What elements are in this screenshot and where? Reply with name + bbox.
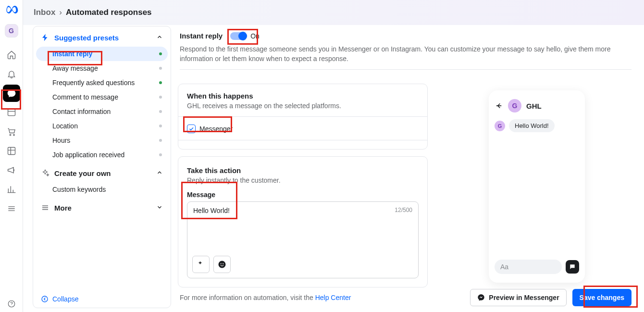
status-dot <box>159 67 162 70</box>
save-button-label: Save changes <box>580 294 624 301</box>
collapse-icon <box>41 295 49 303</box>
phone-input-row: Aa <box>495 260 579 274</box>
presets-list: Instant reply Away message Frequently as… <box>33 47 171 162</box>
svg-point-2 <box>13 134 14 136</box>
footer-info-text: For more information on automation, visi… <box>180 294 315 301</box>
footer-info: For more information on automation, visi… <box>180 294 351 301</box>
megaphone-icon <box>7 165 16 175</box>
action-title: Take this action <box>187 166 419 175</box>
instant-reply-toggle[interactable]: On <box>230 32 260 40</box>
when-title: When this happens <box>187 92 419 100</box>
sidebar-item-label: Hours <box>52 137 70 144</box>
status-dot <box>159 125 162 127</box>
rail-home[interactable] <box>3 46 20 63</box>
phone-avatar: G <box>508 99 521 112</box>
collapse-label: Collapse <box>52 295 78 303</box>
more-section-header[interactable]: More <box>33 197 171 217</box>
phone-name: GHL <box>526 102 542 110</box>
checkbox-label: Messenger <box>199 125 233 133</box>
phone-input-field[interactable]: Aa <box>495 260 562 274</box>
bell-icon <box>7 69 16 79</box>
sidebar-item-custom-keywords[interactable]: Custom keywords <box>33 182 171 197</box>
menu-icon <box>41 203 50 212</box>
sidebar-item-comment-to-message[interactable]: Comment to message <box>33 90 171 104</box>
sidebar-item-job-application[interactable]: Job application received <box>33 148 171 162</box>
svg-rect-3 <box>8 148 15 155</box>
preview-in-messenger-button[interactable]: Preview in Messenger <box>470 289 566 306</box>
page-title: Instant reply <box>180 32 223 40</box>
status-dot <box>159 52 162 55</box>
meta-icon <box>4 2 19 17</box>
rail-help[interactable] <box>0 300 23 308</box>
sidebar-item-contact-info[interactable]: Contact information <box>33 104 171 119</box>
rail-commerce[interactable] <box>3 123 20 140</box>
message-text: Hello World! <box>193 207 412 214</box>
rail-inbox[interactable] <box>3 85 20 102</box>
menu-icon <box>7 204 16 213</box>
breadcrumb-parent[interactable]: Inbox <box>34 8 55 17</box>
user-avatar[interactable]: G <box>5 24 18 37</box>
rail-planner[interactable] <box>3 104 20 121</box>
toggle-track <box>230 32 247 40</box>
chevron-down-icon <box>156 204 163 212</box>
status-dot <box>159 81 162 84</box>
footer: For more information on automation, visi… <box>178 283 641 312</box>
breadcrumb: Inbox › Automated responses <box>23 0 644 25</box>
rail-analytics[interactable] <box>3 181 20 198</box>
emoji-button[interactable] <box>213 256 231 273</box>
home-icon <box>7 50 16 60</box>
chevron-up-icon <box>156 34 163 42</box>
sidebar-item-instant-reply[interactable]: Instant reply <box>36 47 168 61</box>
sidebar-item-label: Comment to message <box>52 93 118 101</box>
take-this-action-card: Take this action Reply instantly to the … <box>178 156 428 287</box>
sidebar-item-label: Contact information <box>52 108 111 115</box>
messenger-checkbox[interactable]: Messenger <box>187 124 419 133</box>
grid-icon <box>7 146 16 156</box>
editor-column: When this happens GHL receives a message… <box>178 77 428 283</box>
create-section-title: Create your own <box>54 169 111 177</box>
breadcrumb-current: Automated responses <box>66 8 152 17</box>
message-label: Message <box>187 191 419 199</box>
help-center-link[interactable]: Help Center <box>315 294 351 301</box>
sidebar-item-away-message[interactable]: Away message <box>33 61 171 75</box>
chat-bubble-icon <box>7 88 16 98</box>
sidebar-item-faq[interactable]: Frequently asked questions <box>33 75 171 90</box>
preview-message-bubble: Hello World! <box>509 119 555 132</box>
sidebar-item-location[interactable]: Location <box>33 119 171 133</box>
status-dot <box>159 153 162 156</box>
bar-chart-icon <box>7 185 16 194</box>
collapse-button[interactable]: Collapse <box>41 295 78 303</box>
presets-section-header[interactable]: Suggested presets <box>33 26 171 47</box>
side-panel: Suggested presets Instant reply Away mes… <box>33 26 171 308</box>
meta-logo[interactable] <box>4 2 19 17</box>
chevron-up-icon <box>156 169 163 177</box>
rail-notifications[interactable] <box>3 65 20 83</box>
svg-point-7 <box>221 263 222 264</box>
emoji-icon <box>218 260 226 269</box>
phone-send-button[interactable] <box>566 260 579 274</box>
message-input[interactable]: Hello World! 12/500 <box>187 201 419 278</box>
save-changes-button[interactable]: Save changes <box>572 289 632 306</box>
personalize-button[interactable] <box>192 256 210 273</box>
sidebar-item-label: Location <box>52 122 78 130</box>
phone-avatar-small: G <box>495 121 505 131</box>
back-arrow-icon[interactable] <box>495 101 503 110</box>
when-subtitle: GHL receives a message on the selected p… <box>187 102 419 110</box>
sidebar-item-hours[interactable]: Hours <box>33 133 171 148</box>
svg-point-6 <box>219 261 226 268</box>
create-your-own-header[interactable]: Create your own <box>33 162 171 182</box>
sparkle-plus-icon <box>197 260 205 269</box>
toggle-state-label: On <box>250 32 260 40</box>
rail-ads[interactable] <box>3 162 20 179</box>
preview-message-row: G Hello World! <box>495 119 579 132</box>
cart-icon <box>7 127 16 137</box>
rail-more[interactable] <box>3 200 20 217</box>
sidebar-item-label: Frequently asked questions <box>52 79 135 87</box>
help-icon <box>7 300 16 308</box>
sidebar-item-label: Away message <box>52 64 98 72</box>
page-description: Respond to the first message someone sen… <box>180 45 632 63</box>
send-icon <box>569 263 576 270</box>
presets-section-title: Suggested presets <box>54 34 119 42</box>
rail-insights-table[interactable] <box>3 142 20 160</box>
sidebar-item-label: Custom keywords <box>52 186 106 193</box>
